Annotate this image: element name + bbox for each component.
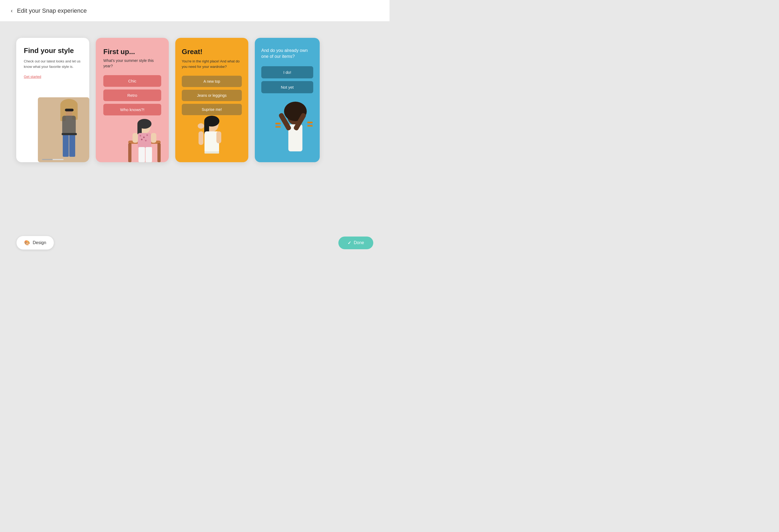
option-not-yet[interactable]: Not yet	[261, 81, 313, 93]
card-find-style: Find your style Check out our latest loo…	[16, 38, 89, 162]
svg-point-17	[139, 135, 141, 136]
svg-rect-46	[307, 124, 313, 125]
cards-container: Find your style Check out our latest loo…	[16, 38, 373, 162]
bottom-toolbar: 🎨 Design ✓ Done	[16, 236, 373, 255]
page-title: Edit your Snap experience	[17, 7, 87, 14]
svg-rect-12	[158, 143, 161, 162]
fashion-figure-1	[38, 86, 89, 162]
card-1-title: Find your style	[24, 47, 82, 55]
card-4-title: And do you already own one of our items?	[261, 48, 313, 60]
svg-rect-11	[128, 143, 131, 162]
card-first-up: First up... What's your summer style thi…	[96, 38, 169, 162]
done-button[interactable]: ✓ Done	[338, 237, 373, 249]
svg-rect-31	[198, 131, 203, 145]
card-1-subtitle: Check out our latest looks and let us kn…	[24, 59, 82, 69]
svg-point-18	[143, 136, 145, 138]
back-icon: ‹	[11, 8, 13, 14]
card-3-subtitle: You're in the right place! And what do y…	[182, 59, 242, 69]
card-3-title: Great!	[182, 48, 242, 56]
option-chic[interactable]: Chic	[103, 75, 161, 87]
svg-rect-8	[69, 134, 75, 157]
scroll-bar	[42, 159, 64, 160]
card-2-subtitle: What's your summer style this year?	[103, 58, 161, 69]
svg-rect-5	[65, 109, 73, 111]
svg-rect-24	[132, 133, 138, 143]
option-i-do[interactable]: I do!	[261, 66, 313, 78]
svg-rect-7	[63, 134, 69, 157]
design-icon: 🎨	[24, 240, 30, 246]
design-button[interactable]: 🎨 Design	[16, 236, 54, 250]
option-retro[interactable]: Retro	[103, 89, 161, 101]
svg-rect-33	[217, 131, 221, 143]
get-started-link[interactable]: Get started	[24, 75, 41, 79]
card-great: Great! You're in the right place! And wh…	[175, 38, 248, 162]
svg-rect-23	[145, 147, 152, 162]
svg-rect-30	[204, 151, 219, 153]
option-new-top[interactable]: A new top	[182, 76, 242, 87]
svg-rect-43	[275, 125, 281, 126]
svg-rect-6	[62, 116, 76, 135]
svg-rect-22	[138, 147, 145, 162]
option-jeans[interactable]: Jeans or leggings	[182, 90, 242, 101]
svg-rect-44	[275, 126, 281, 128]
fashion-figure-4	[260, 97, 320, 162]
main-content: Find your style Check out our latest loo…	[0, 22, 390, 266]
card-1-content: Find your style Check out our latest loo…	[16, 38, 89, 84]
done-label: Done	[354, 240, 364, 245]
card-2-content: First up... What's your summer style thi…	[96, 38, 169, 124]
svg-rect-25	[151, 133, 156, 143]
svg-point-20	[141, 139, 142, 140]
svg-rect-16	[138, 133, 151, 148]
option-who-knows[interactable]: Who knows?!	[103, 104, 161, 116]
svg-point-32	[198, 123, 204, 129]
svg-point-19	[146, 134, 148, 136]
design-label: Design	[33, 240, 46, 245]
header: ‹ Edit your Snap experience	[0, 0, 390, 22]
card-own-items: And do you already own one of our items?…	[255, 38, 320, 162]
option-surprise[interactable]: Suprise me!	[182, 104, 242, 115]
card-2-title: First up...	[103, 48, 161, 56]
done-icon: ✓	[348, 240, 351, 246]
svg-rect-47	[307, 125, 313, 127]
svg-point-21	[145, 140, 146, 141]
svg-rect-42	[275, 123, 281, 124]
card-4-content: And do you already own one of our items?…	[255, 38, 320, 102]
svg-rect-45	[307, 122, 313, 123]
back-button[interactable]: ‹	[11, 8, 13, 14]
svg-rect-9	[62, 133, 77, 135]
card-3-content: Great! You're in the right place! And wh…	[175, 38, 248, 123]
